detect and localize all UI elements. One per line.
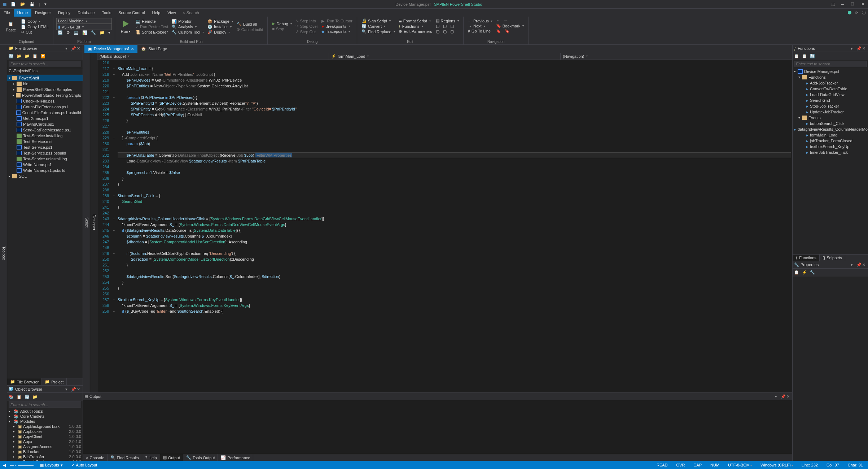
nav-a1[interactable]: ← bbox=[495, 18, 501, 23]
sync-icon[interactable]: ⟳ bbox=[855, 10, 858, 15]
ob-tool-2[interactable]: 📋 bbox=[17, 395, 22, 399]
build-all-button[interactable]: 🔨Build all bbox=[235, 21, 265, 27]
run-button[interactable]: Run▾ bbox=[118, 18, 133, 35]
ob-pin-icon[interactable]: 📌 bbox=[71, 387, 75, 391]
fn-item[interactable]: ▸buttonSearch_Click bbox=[793, 121, 868, 126]
debug-button[interactable]: ▶Debug bbox=[271, 21, 293, 26]
info-icon[interactable]: ⓘ bbox=[862, 10, 866, 16]
fn-pin-icon[interactable]: 📌 bbox=[856, 46, 861, 51]
ob-item[interactable]: ▸▣AssignedAccess1.0.0.0 bbox=[7, 444, 83, 449]
ob-item[interactable]: ▸▣BitLocker1.0.0.0 bbox=[7, 449, 83, 454]
bookmark-button[interactable]: 🔖Bookmark bbox=[495, 23, 526, 29]
platform-icon-6[interactable]: 📁 bbox=[98, 30, 106, 35]
ob-item[interactable]: ▸📚About Topics bbox=[7, 409, 83, 414]
bottom-tab-help[interactable]: ?Help bbox=[142, 454, 160, 461]
object-browser-search[interactable] bbox=[9, 401, 81, 408]
menu-file[interactable]: File bbox=[0, 9, 14, 17]
nav-b1[interactable]: 🔖 bbox=[495, 29, 503, 34]
edit-tool-6[interactable]: ▢ bbox=[449, 29, 455, 34]
prop-tool-2[interactable]: ⚡ bbox=[802, 270, 807, 275]
ob-tool-4[interactable]: 📁 bbox=[32, 395, 38, 399]
copy-button[interactable]: 📄Copy bbox=[19, 19, 50, 24]
min-icon[interactable]: ─ bbox=[840, 2, 845, 7]
status-expand-icon[interactable]: ◀ bbox=[3, 463, 6, 468]
tab-project[interactable]: 📁Project bbox=[42, 378, 67, 385]
analysis-button[interactable]: 🔍Analysis bbox=[170, 24, 205, 30]
platform-icon-7[interactable]: ▾ bbox=[107, 30, 112, 35]
open-icon[interactable]: 📂 bbox=[20, 2, 25, 6]
fn-item[interactable]: ▸formMain_Load bbox=[793, 132, 868, 138]
package-button[interactable]: 📦Package bbox=[206, 19, 234, 24]
prop-pin-icon[interactable]: 📌 bbox=[856, 262, 861, 267]
tree-item[interactable]: Count-FileExtensions.ps1.psbuild bbox=[7, 110, 83, 116]
ribbon-toggle-icon[interactable]: ⬚ bbox=[831, 2, 835, 6]
menu-home[interactable]: Home bbox=[14, 9, 31, 17]
fb-show-icon[interactable]: 📋 bbox=[32, 54, 38, 58]
edit-tool-4[interactable]: ▢ bbox=[434, 29, 441, 34]
fn-group[interactable]: ▾Functions bbox=[793, 74, 868, 80]
ob-tool-1[interactable]: 📚 bbox=[9, 395, 14, 399]
fn-item[interactable]: ▸SearchGrid bbox=[793, 97, 868, 103]
menu-view[interactable]: View bbox=[164, 9, 180, 17]
fn-item[interactable]: ▸Load-DataGridView bbox=[793, 92, 868, 97]
version-combo[interactable]: ▮V5 - 64 Bit bbox=[56, 24, 112, 30]
nav-b2[interactable]: 🔖 bbox=[503, 29, 511, 34]
member-combo[interactable]: ⚡formMain_Load bbox=[329, 53, 561, 60]
menu-deploy[interactable]: Deploy bbox=[54, 9, 74, 17]
fn-root[interactable]: ▾Device Manager.psf bbox=[793, 69, 868, 74]
toolbox-tab[interactable]: Toolbox bbox=[0, 45, 7, 461]
tree-item[interactable]: Get-Xmas.ps1 bbox=[7, 116, 83, 121]
ob-item[interactable]: ▸▣AppBackgroundTask1.0.0.0 bbox=[7, 424, 83, 429]
tree-item[interactable]: Test-Service.msi bbox=[7, 139, 83, 144]
tree-item[interactable]: ▸PowerShell Studio Samples bbox=[7, 87, 83, 92]
functions-tree[interactable]: ▾Device Manager.psf▾Functions▸Add-JobTra… bbox=[793, 68, 868, 254]
fn-item[interactable]: ▸Stop-JobTracker bbox=[793, 103, 868, 109]
fn-item[interactable]: ▸timerJobTracker_Tick bbox=[793, 149, 868, 155]
doc-tab[interactable]: 🏠Start Page bbox=[137, 45, 171, 53]
tree-item[interactable]: ▸bin bbox=[7, 81, 83, 87]
platform-icon-1[interactable]: 🔄 bbox=[56, 30, 64, 35]
previous-button[interactable]: ←Previous bbox=[466, 18, 494, 23]
edit-tool-2[interactable]: ▢ bbox=[442, 23, 448, 29]
fb-new-icon[interactable]: 📁 bbox=[25, 54, 30, 58]
fn-item[interactable]: ▸Update-JobTracker bbox=[793, 109, 868, 115]
fn-item[interactable]: ▸ConvertTo-DataTable bbox=[793, 86, 868, 92]
find-replace-button[interactable]: 🔍Find Replace bbox=[360, 29, 396, 34]
panel-pin-icon[interactable]: 📌 bbox=[71, 46, 75, 51]
bottom-tab-find-results[interactable]: 🔍Find Results bbox=[108, 454, 142, 461]
fn-tool-3[interactable]: 🔄 bbox=[810, 54, 815, 58]
edit-params-button[interactable]: ⚙Edit Parameters bbox=[397, 29, 434, 34]
fb-refresh-icon[interactable]: 🔄 bbox=[9, 54, 14, 58]
ob-item[interactable]: ▸▣AppvClient1.0.0.0 bbox=[7, 434, 83, 439]
status-encoding[interactable]: UTF-8-BOM bbox=[726, 463, 754, 467]
menu-designer[interactable]: Designer bbox=[31, 9, 54, 17]
installer-button[interactable]: 💿Installer bbox=[206, 24, 234, 30]
ob-item[interactable]: ▾📚Modules bbox=[7, 419, 83, 424]
nav-combo[interactable]: (Navigation) bbox=[561, 53, 792, 60]
fn-item[interactable]: ▸datagridviewResults_ColumnHeaderMouseCl… bbox=[793, 126, 868, 132]
tree-item[interactable]: ▾PowerShell bbox=[7, 75, 83, 81]
edit-tool-5[interactable]: ▢ bbox=[442, 29, 448, 34]
menu-tools[interactable]: Tools bbox=[98, 9, 115, 17]
paste-button[interactable]: 📋 Paste bbox=[3, 18, 19, 35]
ob-dropdown-icon[interactable]: ▾ bbox=[65, 387, 70, 391]
ob-item[interactable]: ▸▣AppLocker2.0.0.0 bbox=[7, 429, 83, 434]
platform-icon-4[interactable]: 📊 bbox=[81, 30, 89, 35]
fn-item[interactable]: ▸jobTracker_FormClosed bbox=[793, 138, 868, 144]
platform-icon-5[interactable]: 🔧 bbox=[89, 30, 97, 35]
script-explorer-button[interactable]: 📜Script Explorer bbox=[134, 30, 170, 35]
tab-close-icon[interactable]: ✕ bbox=[131, 47, 134, 51]
save-icon[interactable]: 💾 bbox=[30, 2, 35, 6]
edit-tool-3[interactable]: ▢ bbox=[449, 23, 455, 29]
prop-tool-1[interactable]: 📋 bbox=[794, 270, 799, 275]
monitor-button[interactable]: 📊Monitor bbox=[170, 19, 205, 24]
tab-file-browser[interactable]: 📁File Browser bbox=[7, 378, 42, 385]
fn-dropdown-icon[interactable]: ▾ bbox=[851, 46, 855, 51]
tree-item[interactable]: Test-Service.uninstall.log bbox=[7, 156, 83, 162]
close-icon[interactable]: ✕ bbox=[860, 2, 865, 7]
designer-tab[interactable]: Designer bbox=[90, 53, 97, 392]
fn-tool-2[interactable]: 📋 bbox=[802, 54, 807, 58]
tree-item[interactable]: Write-Name.ps1 bbox=[7, 162, 83, 168]
cut-button[interactable]: ✂Cut bbox=[19, 30, 50, 35]
output-body[interactable] bbox=[83, 400, 792, 454]
